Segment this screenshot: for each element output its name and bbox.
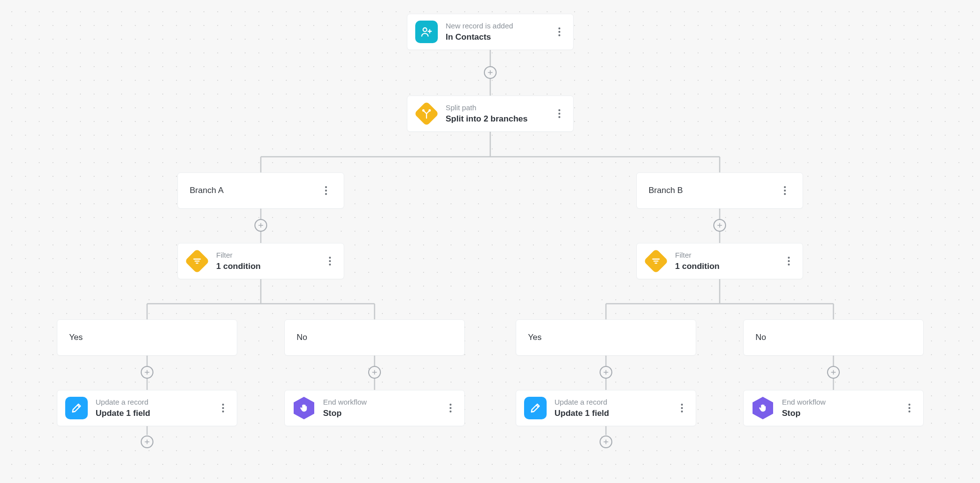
split-icon [415,102,438,125]
branch-a-no-action-subtitle: End workflow [323,397,441,407]
add-step-branch-b-no[interactable] [827,366,840,379]
branch-a-yes-action-subtitle: Update a record [96,397,213,407]
split-text: Split path Split into 2 branches [446,103,550,124]
branch-a-yes-label: Yes [69,333,225,342]
branch-b-no-action-text: End workflow Stop [782,397,900,419]
branch-a-yes-action-text: Update a record Update 1 field [96,397,213,419]
branch-a-label: Branch A [190,186,316,195]
trigger-subtitle: New record is added [446,21,550,31]
branch-b-yes-action-menu[interactable] [676,402,688,414]
branch-a-menu[interactable] [320,185,332,196]
branch-a-filter-title: 1 condition [216,261,320,272]
branch-a-no-label-card[interactable]: No [284,319,465,356]
add-step-after-branch-a-yes-action[interactable] [141,435,153,448]
branch-b-menu[interactable] [779,185,791,196]
hand-icon [293,397,315,419]
branch-a-no-action-card[interactable]: End workflow Stop [284,390,465,426]
branch-a-filter-menu[interactable] [324,255,336,267]
split-card[interactable]: Split path Split into 2 branches [407,96,574,132]
branch-b-filter-subtitle: Filter [675,250,779,260]
branch-a-yes-action-menu[interactable] [217,402,229,414]
branch-a-no-action-title: Stop [323,408,441,419]
branch-b-no-action-card[interactable]: End workflow Stop [743,390,924,426]
branch-b-no-action-subtitle: End workflow [782,397,900,407]
branch-b-label: Branch B [649,186,775,195]
trigger-title: In Contacts [446,32,550,43]
branch-b-yes-action-title: Update 1 field [554,408,672,419]
branch-b-label-card[interactable]: Branch B [636,172,803,209]
split-subtitle: Split path [446,103,550,113]
add-step-after-branch-b-yes-action[interactable] [600,435,612,448]
svg-point-9 [429,110,430,111]
branch-b-yes-label-card[interactable]: Yes [516,319,696,356]
branch-b-filter-card[interactable]: Filter 1 condition [636,243,803,279]
branch-b-no-label-card[interactable]: No [743,319,924,356]
branch-a-filter-subtitle: Filter [216,250,320,260]
person-plus-icon [415,21,438,43]
trigger-text: New record is added In Contacts [446,21,550,43]
hand-icon [752,397,774,419]
add-step-branch-a-no[interactable] [368,366,381,379]
filter-icon [645,250,667,272]
branch-b-no-action-title: Stop [782,408,900,419]
branch-a-no-action-text: End workflow Stop [323,397,441,419]
split-menu[interactable] [553,108,565,120]
branch-b-yes-action-subtitle: Update a record [554,397,672,407]
pencil-icon [524,397,547,419]
trigger-card[interactable]: New record is added In Contacts [407,14,574,50]
pencil-icon [65,397,88,419]
branch-a-no-label: No [297,333,452,342]
svg-point-7 [423,28,427,32]
branch-b-no-label: No [755,333,911,342]
add-step-branch-a-yes[interactable] [141,366,153,379]
branch-b-yes-action-card[interactable]: Update a record Update 1 field [516,390,696,426]
branch-b-filter-menu[interactable] [783,255,795,267]
branch-a-no-action-menu[interactable] [445,402,456,414]
branch-a-filter-text: Filter 1 condition [216,250,320,272]
add-step-branch-b-yes[interactable] [600,366,612,379]
branch-b-no-action-menu[interactable] [904,402,915,414]
filter-icon [186,250,208,272]
branch-b-filter-title: 1 condition [675,261,779,272]
branch-a-yes-action-title: Update 1 field [96,408,213,419]
branch-a-label-card[interactable]: Branch A [177,172,344,209]
trigger-menu[interactable] [553,26,565,38]
add-step-after-trigger[interactable] [484,66,497,79]
add-step-branch-a-before-filter[interactable] [254,219,267,232]
svg-point-8 [423,110,424,111]
branch-a-yes-label-card[interactable]: Yes [57,319,237,356]
add-step-branch-b-before-filter[interactable] [713,219,726,232]
branch-b-filter-text: Filter 1 condition [675,250,779,272]
branch-b-yes-action-text: Update a record Update 1 field [554,397,672,419]
branch-b-yes-label: Yes [528,333,684,342]
branch-a-yes-action-card[interactable]: Update a record Update 1 field [57,390,237,426]
branch-a-filter-card[interactable]: Filter 1 condition [177,243,344,279]
split-title: Split into 2 branches [446,114,550,124]
